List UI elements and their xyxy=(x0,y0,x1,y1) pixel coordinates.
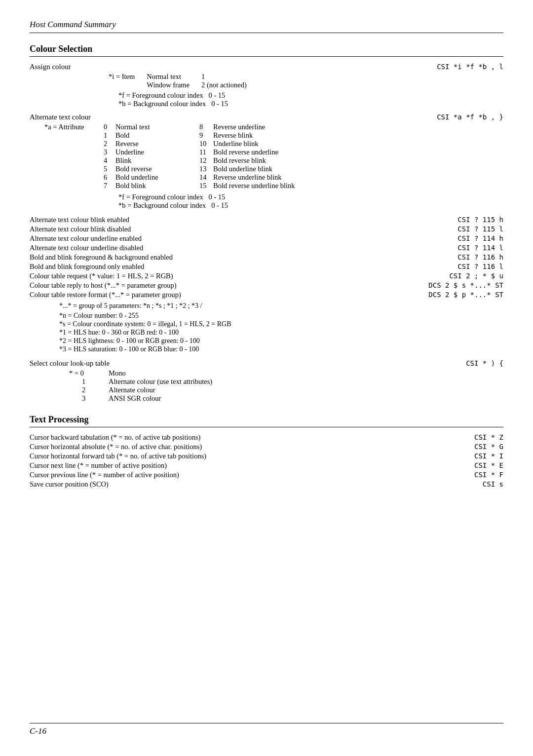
attribute-header: *a = Attribute xyxy=(44,123,104,190)
list-item-code: DCS 2 $ p *...* ST xyxy=(428,291,503,299)
list-item-label: Bold and blink foreground only enabled xyxy=(30,263,144,271)
text-processing-row: Cursor horizontal forward tab (* = no. o… xyxy=(30,452,503,460)
window-frame-val: 2 (not actioned) xyxy=(201,81,247,89)
table-row: * = 0 Mono xyxy=(69,369,212,378)
table-row: 1 Bold 9 Reverse blink xyxy=(104,131,295,140)
list-item-row: Colour table request (* value: 1 = HLS, … xyxy=(30,272,503,280)
text-processing-row: Cursor next line (* = number of active p… xyxy=(30,461,503,470)
group-note: *...* = group of 5 parameters: *n ; *s ;… xyxy=(59,302,503,310)
list-item-label: Colour table reply to host (*...* = para… xyxy=(30,281,177,290)
select-lookup-sub: * = 0 Mono 1 Alternate colour (use text … xyxy=(69,369,503,403)
colour-selection-section: Colour Selection Assign colour CSI *i *f… xyxy=(30,44,503,403)
list-item-label: Alternate text colour blink enabled xyxy=(30,216,129,224)
tp-label: Cursor previous line (* = number of acti… xyxy=(30,471,179,479)
table-row: 3 ANSI SGR colour xyxy=(69,394,212,403)
param-note-line: *s = Colour coordinate system: 0 = illeg… xyxy=(59,320,503,328)
param-notes-block: *n = Colour number: 0 - 255*s = Colour c… xyxy=(59,312,503,353)
assign-colour-params: *f = Foreground colour index 0 - 15 *b =… xyxy=(118,91,503,108)
text-processing-container: Cursor backward tabulation (* = no. of a… xyxy=(30,433,503,489)
alt-text-colour-row: Alternate text colour CSI *a *f *b , } xyxy=(30,113,503,121)
attribute-section: *a = Attribute 0 Normal text 8 Reverse u… xyxy=(44,123,503,190)
normal-text-label: Normal text xyxy=(147,73,201,81)
alt-colour-params: *f = Foreground colour index 0 - 15 *b =… xyxy=(118,193,503,210)
list-item-code: CSI ? 115 h xyxy=(457,216,503,224)
normal-text-val: 1 xyxy=(201,73,247,81)
item-label: *i = Item xyxy=(109,73,147,81)
param-b2-line: *b = Background colour index 0 - 15 xyxy=(118,201,503,210)
window-frame-label: Window frame xyxy=(147,81,201,89)
list-item-row: Alternate text colour blink disabledCSI … xyxy=(30,225,503,233)
table-row: 2 Alternate colour xyxy=(69,386,212,394)
list-item-label: Alternate text colour blink disabled xyxy=(30,225,131,233)
list-item-label: Alternate text colour underline enabled xyxy=(30,234,142,243)
list-item-label: Colour table request (* value: 1 = HLS, … xyxy=(30,272,173,280)
list-item-row: Bold and blink foreground & background e… xyxy=(30,253,503,262)
tp-label: Cursor horizontal absolute (* = no. of a… xyxy=(30,443,202,451)
text-processing-section: Text Processing Cursor backward tabulati… xyxy=(30,415,503,489)
list-item-row: Alternate text colour underline enabledC… xyxy=(30,234,503,243)
tp-code: CSI * G xyxy=(474,443,503,451)
tp-code: CSI * E xyxy=(474,461,503,470)
select-lookup-label: Select colour look-up table xyxy=(30,359,110,368)
param-note-line: *n = Colour number: 0 - 255 xyxy=(59,312,503,320)
table-row: *i = Item Normal text 1 xyxy=(109,73,247,81)
assign-colour-sub: *i = Item Normal text 1 Window frame 2 (… xyxy=(109,73,503,89)
list-item-row: Colour table reply to host (*...* = para… xyxy=(30,281,503,290)
param-f2-line: *f = Foreground colour index 0 - 15 xyxy=(118,193,503,201)
list-item-code: CSI ? 116 l xyxy=(457,263,503,271)
text-processing-row: Cursor previous line (* = number of acti… xyxy=(30,471,503,479)
list-item-code: CSI ? 114 h xyxy=(457,234,503,243)
tp-label: Cursor horizontal forward tab (* = no. o… xyxy=(30,452,206,460)
assign-colour-code: CSI *i *f *b , l xyxy=(437,63,503,71)
tp-code: CSI * Z xyxy=(474,433,503,442)
table-row: 1 Alternate colour (use text attributes) xyxy=(69,378,212,386)
text-processing-row: Save cursor position (SCO)CSI s xyxy=(30,480,503,489)
alt-text-colour-code: CSI *a *f *b , } xyxy=(437,113,503,121)
text-processing-row: Cursor backward tabulation (* = no. of a… xyxy=(30,433,503,442)
colour-selection-title: Colour Selection xyxy=(30,44,503,57)
text-processing-title: Text Processing xyxy=(30,415,503,427)
tp-code: CSI s xyxy=(483,480,503,489)
assign-colour-row: Assign colour CSI *i *f *b , l xyxy=(30,63,503,71)
text-processing-row: Cursor horizontal absolute (* = no. of a… xyxy=(30,443,503,451)
select-lookup-row: Select colour look-up table CSI * ) { xyxy=(30,359,503,368)
page-number: C-16 xyxy=(30,726,46,736)
page-footer: C-16 xyxy=(30,723,503,736)
list-item-row: Colour table restore format (*...* = par… xyxy=(30,291,503,299)
tp-label: Cursor backward tabulation (* = no. of a… xyxy=(30,433,200,442)
table-row: 0 Normal text 8 Reverse underline xyxy=(104,123,295,131)
header-title: Host Command Summary xyxy=(30,20,116,29)
attribute-columns: 0 Normal text 8 Reverse underline 1 Bold… xyxy=(104,123,295,190)
param-f-line: *f = Foreground colour index 0 - 15 xyxy=(118,91,503,100)
list-item-code: CSI ? 116 h xyxy=(457,253,503,262)
table-row: 6 Bold underline 14 Reverse underline bl… xyxy=(104,173,295,182)
list-item-row: Alternate text colour blink enabledCSI ?… xyxy=(30,216,503,224)
list-item-label: Colour table restore format (*...* = par… xyxy=(30,291,181,299)
select-lookup-code: CSI * ) { xyxy=(466,359,503,368)
list-item-label: Bold and blink foreground & background e… xyxy=(30,253,173,262)
colour-list-items: Alternate text colour blink enabledCSI ?… xyxy=(30,216,503,299)
alt-text-colour-label: Alternate text colour xyxy=(30,113,91,121)
list-item-code: CSI ? 115 l xyxy=(457,225,503,233)
list-item-code: CSI ? 114 l xyxy=(457,244,503,252)
param-b-line: *b = Background colour index 0 - 15 xyxy=(118,100,503,108)
table-row: 7 Bold blink 15 Bold reverse underline b… xyxy=(104,182,295,190)
tp-code: CSI * I xyxy=(474,452,503,460)
table-row: 5 Bold reverse 13 Bold underline blink xyxy=(104,165,295,173)
assign-colour-label: Assign colour xyxy=(30,63,71,71)
table-row: 3 Underline 11 Bold reverse underline xyxy=(104,148,295,156)
list-item-row: Alternate text colour underline disabled… xyxy=(30,244,503,252)
list-item-code: DCS 2 $ s *...* ST xyxy=(428,281,503,290)
select-lookup-table: * = 0 Mono 1 Alternate colour (use text … xyxy=(69,369,212,403)
tp-code: CSI * F xyxy=(474,471,503,479)
table-row: 2 Reverse 10 Underline blink xyxy=(104,140,295,148)
table-row: 4 Blink 12 Bold reverse blink xyxy=(104,156,295,165)
param-note-line: *3 = HLS saturation: 0 - 100 or RGB blue… xyxy=(59,345,503,353)
list-item-code: CSI 2 ; * $ u xyxy=(449,272,503,280)
tp-label: Cursor next line (* = number of active p… xyxy=(30,461,167,470)
table-row: Window frame 2 (not actioned) xyxy=(109,81,247,89)
list-item-label: Alternate text colour underline disabled xyxy=(30,244,143,252)
page-header: Host Command Summary xyxy=(30,20,503,33)
param-note-line: *1 = HLS hue: 0 - 360 or RGB red: 0 - 10… xyxy=(59,329,503,337)
tp-label: Save cursor position (SCO) xyxy=(30,480,109,489)
